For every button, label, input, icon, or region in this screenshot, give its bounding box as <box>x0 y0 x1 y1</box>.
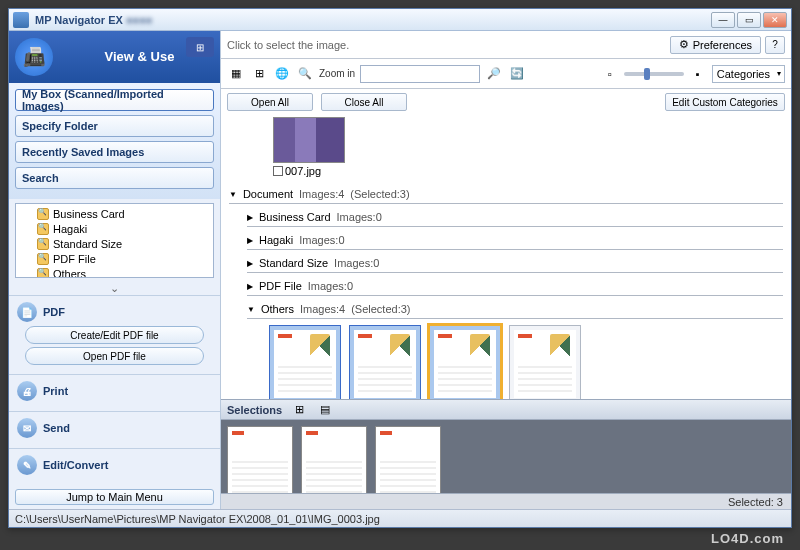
folder-icon <box>37 208 49 220</box>
pdf-icon: 📄 <box>17 302 37 322</box>
watermark: LO4D.com <box>711 531 784 546</box>
group-header[interactable]: ▶PDF File Images:0 <box>247 277 783 296</box>
tree-item[interactable]: Business Card <box>19 207 210 222</box>
print-icon: 🖨 <box>17 381 37 401</box>
app-window: MP Navigator EX ■■■■ — ▭ ✕ 📠 View & Use … <box>8 8 792 528</box>
top-toolbar: Click to select the image. ⚙Preferences … <box>221 31 791 59</box>
close-all-button[interactable]: Close All <box>321 93 407 111</box>
pdf-label: PDF <box>43 306 65 318</box>
group-header[interactable]: ▼Document Images:4 (Selected:3) <box>229 185 783 204</box>
category-dropdown[interactable]: Categories <box>712 65 785 83</box>
selection-thumbnail[interactable] <box>375 426 441 493</box>
sliders-icon: ⚙ <box>679 38 689 51</box>
status-path: C:\Users\UserName\Pictures\MP Navigator … <box>15 513 380 525</box>
image-content[interactable]: 007.jpg ▼Document Images:4 (Selected:3)▶… <box>221 115 791 399</box>
edit-convert-section[interactable]: ✎Edit/Convert <box>17 455 212 475</box>
sidebar-banner: 📠 View & Use ⊞ <box>9 31 220 83</box>
tree-item[interactable]: PDF File <box>19 252 210 267</box>
main-panel: Click to select the image. ⚙Preferences … <box>221 31 791 509</box>
sidebar-tab[interactable]: My Box (Scanned/Imported Images) <box>15 89 214 111</box>
edit-icon: ✎ <box>17 455 37 475</box>
zoom-in-icon[interactable]: 🔍 <box>296 65 314 83</box>
action-bar: Open All Close All Edit Custom Categorie… <box>221 89 791 115</box>
view-toolbar: ▦ ⊞ 🌐 🔍 Zoom in 🔎 🔄 ▫ ▪ Categories <box>221 59 791 89</box>
disclosure-icon[interactable]: ▶ <box>247 236 253 245</box>
sidebar-tab[interactable]: Specify Folder <box>15 115 214 137</box>
image-thumbnail[interactable]: ✓IMG_0001.jpg <box>269 325 341 399</box>
search-input[interactable] <box>360 65 480 83</box>
thumbnail-checkbox[interactable] <box>273 166 283 176</box>
folder-icon <box>37 253 49 265</box>
send-icon: ✉ <box>17 418 37 438</box>
tree-item[interactable]: Hagaki <box>19 222 210 237</box>
sidebar-tab[interactable]: Recently Saved Images <box>15 141 214 163</box>
disclosure-icon[interactable]: ▼ <box>247 305 255 314</box>
scanner-icon: 📠 <box>15 38 53 76</box>
image-thumbnail[interactable]: IMG_0004.jpg <box>509 325 581 399</box>
thumb-small2-icon[interactable]: ▫ <box>601 65 619 83</box>
image-thumbnail[interactable]: ✓IMG_0003.jpg <box>429 325 501 399</box>
disclosure-icon[interactable]: ▶ <box>247 259 253 268</box>
thumb-large-icon[interactable]: ▦ <box>227 65 245 83</box>
group-header[interactable]: ▶Business Card Images:0 <box>247 208 783 227</box>
jump-main-menu-button[interactable]: Jump to Main Menu <box>15 489 214 505</box>
selection-thumbnail[interactable] <box>227 426 293 493</box>
pdf-section[interactable]: 📄 PDF <box>17 302 212 322</box>
sel-grid-icon[interactable]: ⊞ <box>290 401 308 419</box>
app-icon <box>13 12 29 28</box>
group-header[interactable]: ▶Standard Size Images:0 <box>247 254 783 273</box>
window-title: MP Navigator EX ■■■■ <box>35 14 705 26</box>
send-section[interactable]: ✉Send <box>17 418 212 438</box>
open-pdf-button[interactable]: Open PDF file <box>25 347 204 365</box>
maximize-button[interactable]: ▭ <box>737 12 761 28</box>
refresh-thumbs-icon[interactable]: 🌐 <box>273 65 291 83</box>
image-thumbnail[interactable]: ✓IMG_0002.jpg <box>349 325 421 399</box>
selection-thumbnail[interactable] <box>301 426 367 493</box>
sidebar-tab[interactable]: Search <box>15 167 214 189</box>
create-pdf-button[interactable]: Create/Edit PDF file <box>25 326 204 344</box>
close-button[interactable]: ✕ <box>763 12 787 28</box>
disclosure-icon[interactable]: ▶ <box>247 282 253 291</box>
folder-icon <box>37 238 49 250</box>
thumbnail-image[interactable] <box>273 117 345 163</box>
sel-list-icon[interactable]: ▤ <box>316 401 334 419</box>
group-header[interactable]: ▶Hagaki Images:0 <box>247 231 783 250</box>
thumbnail-label: 007.jpg <box>285 165 321 177</box>
expand-down-icon[interactable]: ⌄ <box>9 282 220 295</box>
hint-text: Click to select the image. <box>227 39 349 51</box>
titlebar[interactable]: MP Navigator EX ■■■■ — ▭ ✕ <box>9 9 791 31</box>
disclosure-icon[interactable]: ▼ <box>229 190 237 199</box>
thumbnail[interactable]: 007.jpg <box>273 117 345 177</box>
search-icon[interactable]: 🔎 <box>485 65 503 83</box>
folder-icon <box>37 223 49 235</box>
print-section[interactable]: 🖨Print <box>17 381 212 401</box>
thumb-large2-icon[interactable]: ▪ <box>689 65 707 83</box>
preferences-button[interactable]: ⚙Preferences <box>670 36 761 54</box>
minimize-button[interactable]: — <box>711 12 735 28</box>
help-button[interactable]: ? <box>765 36 785 54</box>
folder-icon <box>37 268 49 278</box>
selections-title: Selections <box>227 404 282 416</box>
zoom-label: Zoom in <box>319 68 355 79</box>
category-tree[interactable]: Business CardHagakiStandard SizePDF File… <box>15 203 214 278</box>
tree-item[interactable]: Standard Size <box>19 237 210 252</box>
disclosure-icon[interactable]: ▶ <box>247 213 253 222</box>
tree-item[interactable]: Others <box>19 267 210 278</box>
open-all-button[interactable]: Open All <box>227 93 313 111</box>
group-header[interactable]: ▼Others Images:4 (Selected:3) <box>247 300 783 319</box>
thumb-grid-icon[interactable]: ⊞ <box>250 65 268 83</box>
selections-panel: Selections ⊞ ▤ Selected: 3 <box>221 399 791 509</box>
refresh-icon[interactable]: 🔄 <box>508 65 526 83</box>
edit-categories-button[interactable]: Edit Custom Categories <box>665 93 785 111</box>
keypad-icon[interactable]: ⊞ <box>186 37 214 57</box>
sidebar: 📠 View & Use ⊞ My Box (Scanned/Imported … <box>9 31 221 509</box>
thumb-size-slider[interactable] <box>624 72 684 76</box>
selection-count: Selected: 3 <box>728 496 783 508</box>
status-bar: C:\Users\UserName\Pictures\MP Navigator … <box>9 509 791 527</box>
